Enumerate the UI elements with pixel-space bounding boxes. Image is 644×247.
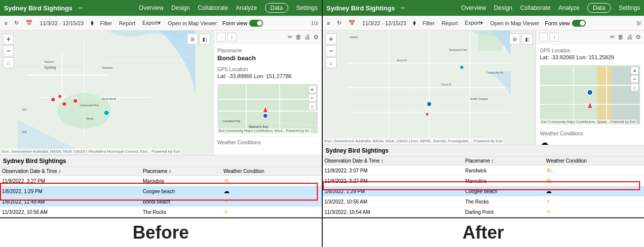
form-view-toggle-after[interactable]: Form view xyxy=(545,20,586,27)
layers-btn-after[interactable]: ◧ xyxy=(522,34,532,44)
grid-btn-after[interactable]: ⊞ xyxy=(509,34,520,44)
prev-record-before[interactable]: ‹ xyxy=(217,33,226,41)
report-btn-before[interactable]: Report xyxy=(117,20,137,27)
zoom-out-btn-after[interactable]: − xyxy=(326,45,337,56)
record-arrows-after[interactable]: ‹ › xyxy=(539,33,559,41)
svg-text:South Coogee: South Coogee xyxy=(470,97,488,100)
mini-home-before[interactable]: ⌂ xyxy=(308,102,316,110)
next-record-after[interactable]: › xyxy=(550,33,559,41)
nav-analyze-before[interactable]: Analyze xyxy=(236,4,257,11)
map-after[interactable]: Bundock Park South Coogee inbwick Alison… xyxy=(323,31,536,145)
nav-collaborate-after[interactable]: Collaborate xyxy=(520,4,550,11)
mini-map-controls-after[interactable]: + − ⌂ xyxy=(631,67,639,91)
nav-overview-after[interactable]: Overview xyxy=(461,4,486,11)
table-row[interactable]: 1/8/2022, 1:29 PM Coogee beach xyxy=(323,186,644,197)
hamburger-btn-after[interactable]: ≡ xyxy=(326,20,332,27)
report-btn-after[interactable]: Report xyxy=(440,20,459,27)
mini-zoom-in-after[interactable]: + xyxy=(631,67,639,75)
delete-record-icon-before[interactable]: 🗑 xyxy=(296,34,302,41)
zoom-in-btn-after[interactable]: + xyxy=(326,34,337,44)
hamburger-btn-before[interactable]: ≡ xyxy=(3,20,9,27)
table-row[interactable]: 1/8/2022, 1:29 PM Coogee beach xyxy=(0,186,322,197)
home-btn-after[interactable]: ⌂ xyxy=(326,57,337,68)
edit-record-icon-after[interactable]: ✏ xyxy=(610,34,615,41)
open-map-btn-after[interactable]: Open in Map Viewer xyxy=(489,20,541,27)
refresh-btn-after[interactable]: ↻ xyxy=(336,19,343,27)
date-range-before[interactable]: 11/3/22 - 12/15/23 xyxy=(38,20,85,27)
mini-zoom-in-before[interactable]: + xyxy=(308,85,316,93)
table-row[interactable]: 1/3/2022, 10:56 AM The Rocks xyxy=(323,197,644,207)
zoom-out-btn-before[interactable]: − xyxy=(3,45,14,56)
col-header-date-before[interactable]: Observation Date & Time ↕ xyxy=(0,167,141,176)
nav-analyze-after[interactable]: Analyze xyxy=(559,4,580,11)
col-header-weather-before[interactable]: Weather Condition xyxy=(222,167,322,176)
map-attribution-after: Esri, Geoscience Australia, NASA, NGA, U… xyxy=(324,138,504,144)
table-row[interactable]: 11/3/2022, 10:54 AM Darling Point xyxy=(323,207,644,217)
nav-data-before[interactable]: Data xyxy=(265,3,288,13)
settings-record-icon-before[interactable]: ⚙ xyxy=(313,34,319,41)
prev-record-after[interactable]: ‹ xyxy=(539,33,548,41)
edit-icon-before[interactable]: ✏ xyxy=(78,5,83,11)
col-header-date-after[interactable]: Observation Date & Time ↕ xyxy=(323,157,463,165)
record-action-icons-after[interactable]: ✏ 🗑 🖨 ⚙ xyxy=(610,34,641,41)
edit-icon-after[interactable]: ✏ xyxy=(401,5,405,11)
nav-overview-before[interactable]: Overview xyxy=(139,4,163,11)
print-record-icon-after[interactable]: 🖨 xyxy=(627,34,633,41)
form-view-toggle-before[interactable]: Form view xyxy=(222,20,263,27)
delete-record-icon-after[interactable]: 🗑 xyxy=(618,34,624,41)
filter-btn-before[interactable]: Filter xyxy=(99,20,114,27)
mini-zoom-out-after[interactable]: − xyxy=(631,75,639,83)
open-map-btn-before[interactable]: Open in Map Viewer xyxy=(166,20,218,27)
toggle-switch-before[interactable] xyxy=(249,20,263,27)
print-record-icon-before[interactable]: 🖨 xyxy=(304,34,310,41)
map-before[interactable]: Sydney Harbour Vaucluse Centennial Park … xyxy=(0,31,213,155)
mini-map-controls-before[interactable]: + − ⌂ xyxy=(308,85,316,110)
table-row[interactable]: 11/3/2022, 10:56 AM The Rocks xyxy=(0,207,322,217)
form-panel-before: ‹ › ✏ 🗑 🖨 ⚙ Placename Bondi beach xyxy=(213,31,322,155)
col-header-weather-after[interactable]: Weather Condition xyxy=(544,157,644,165)
row-weather xyxy=(544,197,644,207)
svg-point-52 xyxy=(425,113,429,116)
nav-settings-after[interactable]: Settings xyxy=(619,4,640,11)
date-range-after[interactable]: 11/3/22 - 12/15/23 xyxy=(361,20,408,27)
zoom-in-btn-before[interactable]: + xyxy=(3,34,14,44)
nav-collaborate-before[interactable]: Collaborate xyxy=(198,4,228,11)
nav-design-before[interactable]: Design xyxy=(171,4,189,11)
placename-value-before: Bondi beach xyxy=(218,54,318,62)
map-zoom-controls-before[interactable]: + − ⌂ xyxy=(3,34,14,68)
record-arrows-before[interactable]: ‹ › xyxy=(217,33,236,41)
settings-record-icon-after[interactable]: ⚙ xyxy=(636,34,641,41)
map-zoom-controls-after[interactable]: + − ⌂ xyxy=(326,34,337,68)
table-row[interactable]: 11/8/2022, 3:07 PM Randwick xyxy=(323,165,644,176)
map-layer-controls-before[interactable]: ⊞ ◧ xyxy=(187,34,210,44)
map-layer-controls-after[interactable]: ⊞ ◧ xyxy=(509,34,532,44)
mini-map-before[interactable]: Warner's Ave Campbell Pde Esri Community… xyxy=(218,84,318,133)
next-record-before[interactable]: › xyxy=(227,33,236,41)
nav-settings-before[interactable]: Settings xyxy=(296,4,317,11)
table-row[interactable]: 1/8/2022, 11:49 AM Bondi beach xyxy=(0,197,322,207)
form-separator-before xyxy=(218,136,318,137)
export-btn-after[interactable]: Export▾ xyxy=(463,19,485,27)
record-nav-after: ‹ › ✏ 🗑 🖨 ⚙ xyxy=(536,31,644,44)
table-row[interactable]: 11/8/2022, 3:27 PM Maroubra xyxy=(0,176,322,186)
layers-btn-before[interactable]: ◧ xyxy=(199,34,210,44)
col-header-place-after[interactable]: Placename ↕ xyxy=(463,157,544,165)
row-date: 1/8/2022, 1:29 PM xyxy=(323,186,463,197)
record-action-icons-before[interactable]: ✏ 🗑 🖨 ⚙ xyxy=(288,34,319,41)
grid-btn-before[interactable]: ⊞ xyxy=(187,34,198,44)
home-btn-before[interactable]: ⌂ xyxy=(3,57,14,68)
refresh-btn-before[interactable]: ↻ xyxy=(13,19,20,27)
gps-field-after: GPS Location Lat: -33.92065 Lon: 151.258… xyxy=(540,48,640,60)
nav-design-after[interactable]: Design xyxy=(494,4,512,11)
mini-map-after[interactable]: Esri Community Maps Contributors, Spatia… xyxy=(540,65,640,124)
toggle-switch-after[interactable] xyxy=(572,20,586,27)
edit-record-icon-before[interactable]: ✏ xyxy=(288,34,293,41)
export-btn-before[interactable]: Export▾ xyxy=(141,19,162,27)
nav-data-after[interactable]: Data xyxy=(587,3,610,13)
table-row[interactable]: 11/8/2022, 3:27 PM Maroubra xyxy=(323,176,644,186)
col-header-place-before[interactable]: Placename ↕ xyxy=(141,167,221,176)
filter-btn-after[interactable]: Filter xyxy=(421,20,436,27)
mini-home-after[interactable]: ⌂ xyxy=(631,83,639,91)
mini-zoom-out-before[interactable]: − xyxy=(308,94,316,102)
svg-text:A22: A22 xyxy=(22,108,27,111)
